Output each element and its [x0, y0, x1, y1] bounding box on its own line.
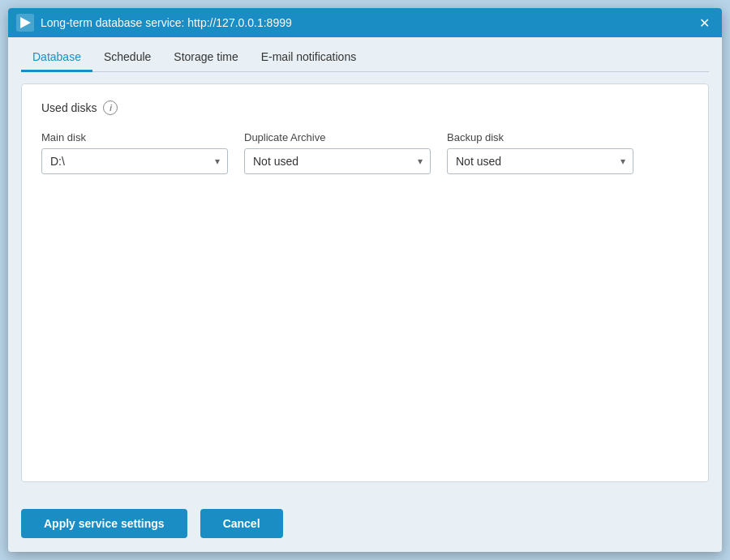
section-header: Used disks i: [41, 100, 689, 115]
backup-disk-select[interactable]: Not used C:\ D:\ E:\: [447, 148, 633, 174]
disk-selectors-row: Main disk D:\ C:\ E:\ Not used ▾ Duplica…: [41, 131, 689, 174]
title-bar: Long-term database service: http://127.0…: [8, 8, 722, 37]
content-area: Database Schedule Storage time E-mail no…: [8, 37, 722, 495]
tab-schedule[interactable]: Schedule: [92, 44, 162, 72]
bottom-bar: Apply service settings Cancel: [8, 495, 722, 552]
main-disk-select-wrapper: D:\ C:\ E:\ Not used ▾: [41, 148, 228, 174]
backup-disk-select-wrapper: Not used C:\ D:\ E:\ ▾: [447, 148, 633, 174]
duplicate-archive-label: Duplicate Archive: [244, 131, 431, 143]
backup-disk-field: Backup disk Not used C:\ D:\ E:\ ▾: [447, 131, 633, 174]
tab-email-notifications[interactable]: E-mail notifications: [250, 44, 368, 72]
duplicate-archive-select[interactable]: Not used C:\ D:\ E:\: [244, 148, 431, 174]
tab-storage-time[interactable]: Storage time: [162, 44, 249, 72]
tab-database[interactable]: Database: [21, 44, 92, 72]
database-panel: Used disks i Main disk D:\ C:\ E:\ Not u…: [21, 83, 709, 482]
info-icon[interactable]: i: [103, 100, 118, 115]
main-disk-select[interactable]: D:\ C:\ E:\ Not used: [41, 148, 228, 174]
main-disk-field: Main disk D:\ C:\ E:\ Not used ▾: [41, 131, 228, 174]
duplicate-archive-field: Duplicate Archive Not used C:\ D:\ E:\ ▾: [244, 131, 431, 174]
main-disk-label: Main disk: [41, 131, 228, 143]
app-icon: [16, 14, 34, 32]
cancel-button[interactable]: Cancel: [200, 509, 283, 538]
used-disks-label: Used disks: [41, 101, 97, 114]
window-title: Long-term database service: http://127.0…: [41, 16, 694, 29]
duplicate-archive-select-wrapper: Not used C:\ D:\ E:\ ▾: [244, 148, 431, 174]
apply-settings-button[interactable]: Apply service settings: [21, 509, 187, 538]
tab-bar: Database Schedule Storage time E-mail no…: [21, 37, 709, 72]
close-button[interactable]: ✕: [694, 13, 714, 32]
main-window: Long-term database service: http://127.0…: [8, 8, 722, 552]
backup-disk-label: Backup disk: [447, 131, 633, 143]
